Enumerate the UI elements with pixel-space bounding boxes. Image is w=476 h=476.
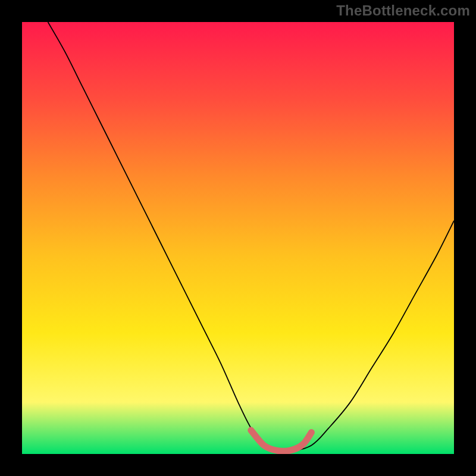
watermark-text: TheBottleneck.com	[336, 2, 470, 19]
ideal-match-marker	[251, 430, 312, 451]
plot-area	[22, 22, 454, 454]
chart-frame: TheBottleneck.com	[0, 0, 476, 476]
marker-svg	[22, 22, 454, 454]
